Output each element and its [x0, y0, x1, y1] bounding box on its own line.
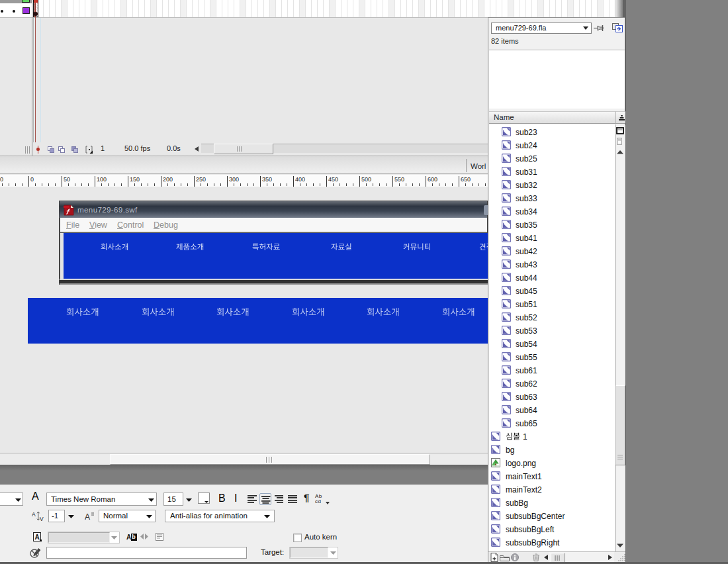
svg-text:V: V [40, 516, 44, 522]
svg-text:A: A [32, 511, 36, 518]
svg-text:A: A [85, 512, 90, 522]
